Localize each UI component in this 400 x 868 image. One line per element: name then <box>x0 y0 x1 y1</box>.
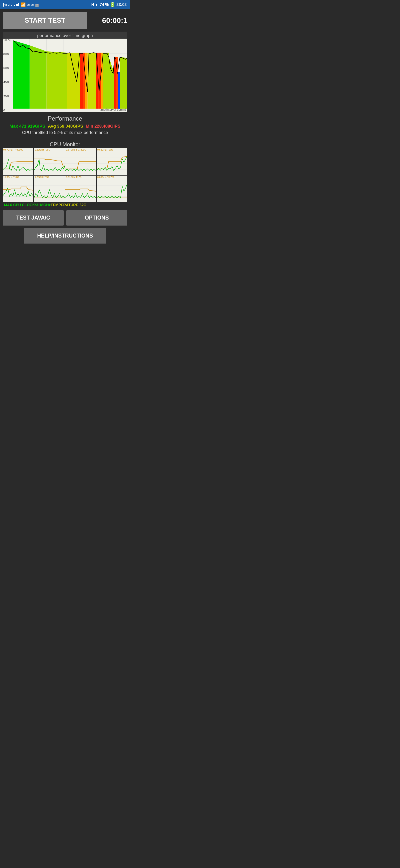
cpu-cell-1: 0.67GHz T20C <box>34 148 65 175</box>
svg-marker-16 <box>80 53 83 108</box>
cpu-cell-3: 0.63GHz T17C <box>97 148 127 175</box>
android-icon: 🤖 <box>35 3 39 7</box>
cpu-cell-header-0: 0.67GHz T-40000C <box>3 149 33 151</box>
perf-stats: Performance Max 471,919GIPS Avg 369,040G… <box>3 113 127 140</box>
cpu-cell-header-2: 0.67GHz T-27300C <box>66 149 96 151</box>
cpu-chart-1 <box>34 152 65 175</box>
main-content: START TEST 60:00:1 performance over time… <box>0 9 130 250</box>
cpu-chart-5 <box>34 180 65 202</box>
test-java-button[interactable]: TEST JAVA/C <box>3 210 64 225</box>
svg-marker-15 <box>67 53 80 108</box>
cpu-footer-clock: MAX CPU CLOCK:3.18GHz <box>4 203 51 207</box>
mail-icon2: ✉ <box>31 3 34 7</box>
y-label-40: 40% <box>3 81 11 84</box>
perf-max: Max 471,919GIPS <box>10 124 45 129</box>
status-right: N ⏵ 74 % 🔋 23:02 <box>91 2 127 7</box>
svg-marker-27 <box>118 72 120 108</box>
time-display: 23:02 <box>116 2 127 7</box>
svg-marker-28 <box>120 57 127 108</box>
svg-marker-17 <box>83 53 85 108</box>
timer-display: 60:00:1 <box>91 16 127 25</box>
y-label-20: 20% <box>3 95 11 98</box>
svg-marker-24 <box>109 57 114 108</box>
cpu-chart-6 <box>65 180 96 202</box>
svg-marker-23 <box>103 53 109 108</box>
cpu-cell-2: 0.67GHz T-27300C <box>65 148 96 175</box>
svg-marker-12 <box>13 40 30 108</box>
bottom-buttons: TEST JAVA/C OPTIONS <box>3 210 127 225</box>
y-label-80: 80% <box>3 53 11 56</box>
help-instructions-button[interactable]: HELP/INSTRUCTIONS <box>24 228 106 244</box>
perf-avg: Avg 369,040GIPS <box>48 124 83 129</box>
throttle-text: CPU throttled to 52% of its max performa… <box>3 130 127 135</box>
status-bar: VoLTE 📶 ✉ ✉ 🤖 N ⏵ 74 % 🔋 23:02 <box>0 0 130 9</box>
cpu-cell-header-7: 0.86GHz T-2730 <box>97 176 127 178</box>
x-axis-label: time(interval 10min) <box>100 108 126 111</box>
perf-values: Max 471,919GIPS Avg 369,040GIPS Min 228,… <box>3 124 127 129</box>
graph-title: performance over time graph <box>3 32 127 39</box>
graph-container: 100% 80% 60% 40% 20% 0 <box>3 39 127 112</box>
y-label-0: 0 <box>3 109 11 112</box>
signal-bars <box>14 3 19 6</box>
graph-section: performance over time graph 100% 80% 60%… <box>3 32 127 112</box>
cpu-cell-header-1: 0.67GHz T20C <box>35 149 65 151</box>
cpu-cell-4: 1.28GHz T17C <box>3 176 33 202</box>
svg-marker-18 <box>85 53 88 108</box>
battery-icon: 🔋 <box>110 2 115 7</box>
cpu-grid: 0.67GHz T-40000C 0.67GHz T20C <box>3 148 127 202</box>
cpu-cell-6: 0.61GHz T17C <box>65 176 96 202</box>
perf-label: Performance <box>3 115 127 122</box>
start-test-button[interactable]: START TEST <box>3 12 87 29</box>
cpu-cell-header-3: 0.63GHz T17C <box>97 149 127 151</box>
y-label-60: 60% <box>3 67 11 70</box>
options-button[interactable]: OPTIONS <box>66 210 127 225</box>
mail-icon: ✉ <box>27 3 30 7</box>
cpu-cell-0: 0.67GHz T-40000C <box>3 148 33 175</box>
cpu-footer: MAX CPU CLOCK:3.18GHz TEMPERATURE:52C <box>3 202 127 208</box>
svg-marker-25 <box>114 57 116 108</box>
svg-marker-14 <box>46 51 67 108</box>
cpu-footer-temp: TEMPERATURE:52C <box>51 203 86 207</box>
cpu-cell-header-6: 0.61GHz T17C <box>66 176 96 178</box>
cpu-chart-2 <box>65 152 96 175</box>
cpu-chart-0 <box>3 152 33 175</box>
wifi-icon: 📶 <box>20 2 26 7</box>
bluetooth-icon: ⏵ <box>95 3 99 7</box>
status-left: VoLTE 📶 ✉ ✉ 🤖 <box>3 2 39 7</box>
cpu-chart-3 <box>97 152 127 175</box>
cpu-monitor-title: CPU Monitor <box>3 142 127 148</box>
cpu-cell-header-5: 1.28GHz T0C <box>35 176 65 178</box>
cpu-cell-7: 0.86GHz T-2730 <box>97 176 127 202</box>
battery-percent: 74 % <box>100 2 109 7</box>
cpu-cell-header-4: 1.28GHz T17C <box>3 176 33 178</box>
help-row: HELP/INSTRUCTIONS <box>3 228 127 244</box>
svg-marker-22 <box>101 53 103 108</box>
nfc-icon: N <box>91 3 94 7</box>
cpu-chart-7 <box>97 180 127 202</box>
cpu-cell-5: 1.28GHz T0C <box>34 176 65 202</box>
perf-min: Min 228,408GIPS <box>86 124 120 129</box>
top-row: START TEST 60:00:1 <box>3 12 127 29</box>
y-axis-labels: 100% 80% 60% 40% 20% 0 <box>3 39 11 112</box>
cpu-chart-4 <box>3 180 33 202</box>
volte-badge: VoLTE <box>3 3 13 7</box>
y-label-100: 100% <box>3 39 11 42</box>
performance-chart <box>3 39 127 112</box>
svg-marker-13 <box>30 45 47 108</box>
